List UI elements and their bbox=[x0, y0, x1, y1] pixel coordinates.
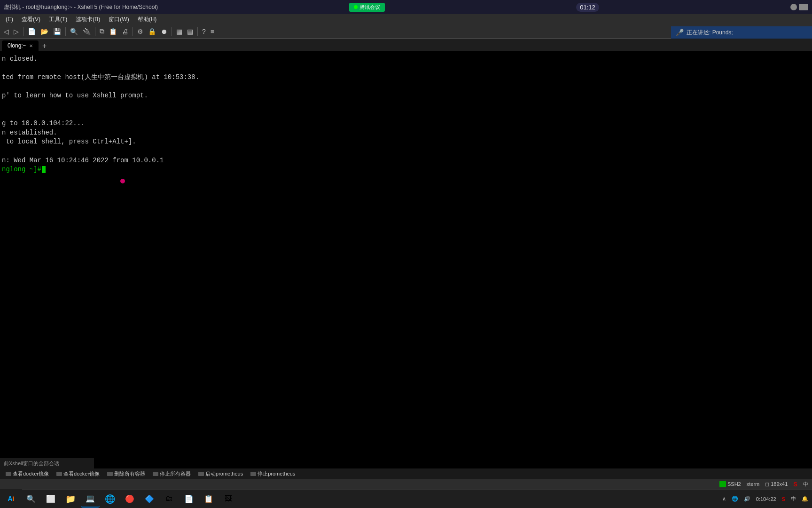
toolbar-copy[interactable]: ⧉ bbox=[98, 26, 106, 36]
taskbar: Ai ⊞ 🔍 ⬜ 📁 💻 🌐 🔴 🔷 🗂 📄 📋 🖼 ∧ 🌐 bbox=[0, 489, 812, 508]
taskbar-chrome[interactable]: 🌐 bbox=[101, 491, 119, 508]
tray-notification[interactable]: 🔔 bbox=[800, 496, 810, 502]
taskbar-app-finder[interactable]: 🗂 bbox=[160, 491, 179, 508]
qcmd-label-5: 启动prometheus bbox=[205, 470, 243, 477]
qcmd-label-1: 查看docker镜像 bbox=[13, 470, 49, 477]
taskbar-app-blue[interactable]: 🔷 bbox=[140, 491, 159, 508]
toolbar-zoom-in[interactable]: 🔍 bbox=[68, 27, 80, 36]
taskbar-app-red[interactable]: 🔴 bbox=[120, 491, 139, 508]
close-button[interactable] bbox=[799, 4, 808, 10]
tencent-meeting-dot bbox=[354, 5, 358, 9]
toolbar-separator-5 bbox=[172, 27, 172, 36]
qcmd-remove-containers[interactable]: 删除所有容器 bbox=[105, 470, 147, 477]
minimize-button[interactable] bbox=[790, 4, 797, 10]
menu-item-tabs[interactable]: 选项卡(B) bbox=[72, 15, 104, 24]
xshell-status-bar: SSH2 xterm ◻ 189x41 S 中 bbox=[0, 479, 812, 489]
toolbar-forward[interactable]: ▷ bbox=[12, 27, 21, 36]
term-line-6 bbox=[2, 101, 810, 110]
toolbar-print[interactable]: 🖨 bbox=[120, 27, 130, 36]
toolbar-save[interactable]: 💾 bbox=[51, 27, 63, 36]
qcmd-docker-images-1[interactable]: 查看docker镜像 bbox=[4, 470, 51, 477]
session-input-bar: 前Xshell窗口的全部会话 bbox=[0, 458, 94, 468]
tencent-meeting-button[interactable]: 腾讯会议 bbox=[349, 3, 385, 12]
toolbar-lock[interactable]: 🔒 bbox=[146, 27, 158, 36]
tab-close-button[interactable]: ✕ bbox=[29, 43, 33, 48]
qcmd-label-2: 查看docker镜像 bbox=[63, 470, 100, 477]
terminal-cursor bbox=[42, 166, 46, 173]
toolbar-layout-2[interactable]: ▤ bbox=[185, 27, 195, 36]
tray-network[interactable]: 🌐 bbox=[730, 496, 740, 502]
term-line-7 bbox=[2, 110, 810, 119]
qcmd-stop-containers[interactable]: 停止所有容器 bbox=[151, 470, 193, 477]
taskbar-search[interactable]: 🔍 bbox=[22, 491, 40, 508]
toolbar-help[interactable]: ? bbox=[200, 27, 208, 36]
toolbar-new-session[interactable]: 📄 bbox=[26, 27, 38, 36]
meeting-bar-text: 正在讲述: Pounds; bbox=[687, 29, 733, 37]
toolbar-layout-1[interactable]: ▦ bbox=[174, 27, 184, 36]
taskbar-app-task[interactable]: 📋 bbox=[199, 491, 218, 508]
window-controls bbox=[790, 4, 808, 10]
taskbar-task-view[interactable]: ⬜ bbox=[41, 491, 60, 508]
microphone-icon: 🎤 bbox=[676, 29, 684, 37]
qcmd-stop-prometheus[interactable]: 停止prometheus bbox=[249, 470, 297, 477]
tray-expand[interactable]: ∧ bbox=[720, 496, 728, 502]
term-line-10: to local shell, press Ctrl+Alt+]. bbox=[2, 137, 810, 147]
app-red-icon: 🔴 bbox=[125, 494, 134, 504]
app-blue-icon: 🔷 bbox=[145, 494, 154, 504]
notification-icon: 🔔 bbox=[802, 496, 808, 502]
terminal-prompt: nglong ~]# bbox=[2, 165, 41, 175]
menu-item-view[interactable]: 查看(V) bbox=[18, 15, 44, 24]
tab-active[interactable]: 0long:~ ✕ bbox=[2, 40, 39, 51]
toolbar-record[interactable]: ⏺ bbox=[159, 27, 169, 36]
sougou-icon: S bbox=[793, 481, 797, 488]
ai-button[interactable]: Ai bbox=[0, 489, 22, 508]
menu-item-tools[interactable]: 工具(T) bbox=[45, 15, 71, 24]
qcmd-start-prometheus[interactable]: 启动prometheus bbox=[196, 470, 245, 477]
xstatus-size: ◻ 189x41 bbox=[765, 481, 788, 487]
term-line-12: n: Wed Mar 16 10:24:46 2022 from 10.0.0.… bbox=[2, 156, 810, 166]
menu-bar: (E) 查看(V) 工具(T) 选项卡(B) 窗口(W) 帮助(H) bbox=[0, 14, 812, 24]
tray-lang-zh[interactable]: 中 bbox=[789, 495, 798, 502]
lock-status-icon bbox=[719, 481, 726, 487]
toolbar-open[interactable]: 📂 bbox=[39, 27, 50, 36]
menu-item-0[interactable]: (E) bbox=[2, 15, 17, 24]
xstatus-lang-zh: 中 bbox=[803, 481, 808, 488]
title-bar: 虚拟机 - root@huanglong:~ - Xshell 5 (Free … bbox=[0, 0, 812, 14]
lang-zh-icon: 中 bbox=[791, 495, 796, 502]
xshell-icon: 💻 bbox=[86, 494, 95, 503]
taskbar-file-explorer[interactable]: 📁 bbox=[61, 491, 80, 508]
task-icon: 📋 bbox=[204, 494, 213, 504]
taskbar-app-word[interactable]: 📄 bbox=[180, 491, 198, 508]
toolbar-paste[interactable]: 📋 bbox=[107, 27, 119, 36]
tab-add-button[interactable]: + bbox=[40, 42, 49, 51]
xstatus-term: xterm bbox=[747, 481, 760, 487]
toolbar-back[interactable]: ◁ bbox=[2, 27, 11, 36]
qcmd-label-4: 停止所有容器 bbox=[160, 470, 191, 477]
tray-lang-s[interactable]: S bbox=[780, 496, 787, 502]
terminal-output[interactable]: n closed. ted from remote host(人生中第一台虚拟机… bbox=[0, 51, 812, 465]
xstatus-ssh-label: SSH2 bbox=[727, 481, 741, 487]
menu-item-window[interactable]: 窗口(W) bbox=[105, 15, 133, 24]
toolbar-separator-4 bbox=[133, 27, 133, 36]
taskbar-app-img[interactable]: 🖼 bbox=[219, 491, 238, 508]
term-line-8: g to 10.0.0.104:22... bbox=[2, 119, 810, 128]
file-explorer-icon: 📁 bbox=[65, 494, 76, 504]
term-line-5: p' to learn how to use Xshell prompt. bbox=[2, 91, 810, 101]
xstatus-lock: SSH2 bbox=[719, 481, 741, 487]
tray-clock[interactable]: 0:104:22 bbox=[754, 496, 778, 502]
menu-item-help[interactable]: 帮助(H) bbox=[134, 15, 161, 24]
toolbar-separator-3 bbox=[95, 27, 95, 36]
toolbar-reconnect[interactable]: 🔌 bbox=[81, 27, 93, 36]
term-line-3: ted from remote host(人生中第一台虚拟机) at 10:53… bbox=[2, 73, 810, 82]
tray-volume[interactable]: 🔊 bbox=[742, 496, 752, 502]
chrome-icon: 🌐 bbox=[105, 494, 115, 504]
toolbar-more[interactable]: ≡ bbox=[209, 27, 216, 36]
qcmd-icon-3 bbox=[107, 472, 113, 476]
img-icon: 🖼 bbox=[225, 494, 232, 503]
taskbar-xshell[interactable]: 💻 bbox=[81, 491, 100, 508]
toolbar-settings[interactable]: ⚙ bbox=[135, 27, 145, 36]
toolbar-separator-2 bbox=[65, 27, 66, 36]
taskbar-system-tray: ∧ 🌐 🔊 0:104:22 S 中 🔔 bbox=[720, 495, 810, 502]
qcmd-icon-4 bbox=[153, 472, 158, 476]
qcmd-docker-images-2[interactable]: 查看docker镜像 bbox=[55, 470, 102, 477]
